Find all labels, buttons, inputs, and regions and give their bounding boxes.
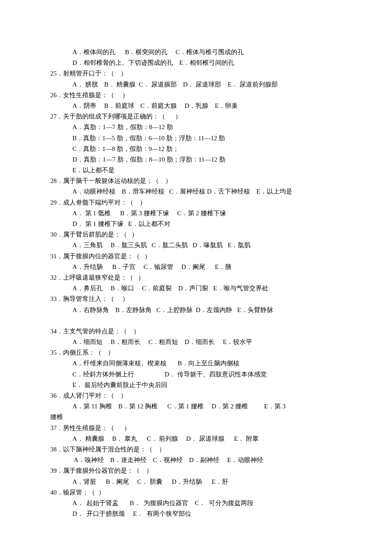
question-options: D． 开口于膀胱颈 E． 有两个狭窄部位: [50, 509, 343, 519]
question-options: D．真肋：1—7 肋，假肋：8—10 肋；浮肋：11—12 肋: [50, 154, 343, 165]
question: 26．女性生殖腺是：（ ）A．阴蒂 B．前庭球 C．前庭大腺 D．乳腺 E．卵巢: [50, 90, 343, 111]
question-options: C．真肋：1—8 肋，假肋：9—12 肋；: [50, 144, 343, 154]
question-stem: 27．关于肋的组成下列哪项是正确的：（ ）: [50, 111, 343, 122]
question-options: A． 膀胱 B． 精囊腺 C． 尿道膜部 D． 尿道球部 E． 尿道前列腺部: [50, 79, 343, 90]
question-options: A．嗅神经 B．迷走神经 C．视神经 D．副神经 E．动眼神经: [50, 455, 343, 465]
question: 30．属于臂后群肌的是：（ ）A．三角肌 B．肱三头肌 C．肱二头肌 D．喙肱肌…: [50, 229, 343, 251]
question-stem: 39．属于腹膜外位器官的是：（ ）: [50, 465, 343, 476]
question-options: A．三角肌 B．肱三头肌 C．肱二头肌 D．喙肱肌 E．肱肌: [50, 240, 343, 251]
question-options: A． 第 1 骶椎 B．第 3 腰椎下缘 C．第 2 腰椎下缘: [50, 208, 343, 219]
question-options: A．肾脏 B．阑尾 C． 胆囊 D．升结肠 E．肝: [50, 477, 343, 487]
question-stem: 34．主支气管的特点是：（ ）: [50, 326, 343, 337]
question: 27．关于肋的组成下列哪项是正确的：（ ）A．真肋：1—7 肋，假肋：8—12 …: [50, 111, 343, 176]
question-options: B．真肋：1—5 肋，假肋：6—10 肋；浮肋：11—12 肋: [50, 133, 343, 144]
question-list: A．椎体间的孔 B．横突间的孔 C．椎体与椎弓围成的孔D．相邻椎骨的上、下切迹围…: [50, 47, 343, 519]
question: 31．属于腹膜内位的器官是：（ ）A．升结肠 B．子宫 C．输尿管 D．阑尾 E…: [50, 251, 343, 272]
question: A．椎体间的孔 B．横突间的孔 C．椎体与椎弓围成的孔D．相邻椎骨的上、下切迹围…: [50, 47, 343, 68]
question-options: A． 起始于肾盂 B． 为腹膜内位器官 C． 可分为腹盆两段: [50, 498, 343, 509]
question-options: A．鼻后孔 B．喉口 C．前庭裂 D．声门裂 E．喉与气管交界处: [50, 283, 343, 294]
question-options: A．右静脉角 B．左静脉角 C．上腔静脉 D．左颈内静 E．头臂静脉: [50, 305, 343, 315]
question: 38．以下脑神经属于混合性的是：（ ） A．嗅神经 B．迷走神经 C．视神经 D…: [50, 444, 343, 465]
question-stem: 37．男性生殖腺是：（ ）: [50, 423, 343, 434]
question: 40．输尿管：（ ）A． 起始于肾盂 B． 为腹膜内位器官 C． 可分为腹盆两段…: [50, 487, 343, 520]
question: 37．男性生殖腺是：（ ）A． 精囊腺 B． 睾丸 C． 前列腺 D． 尿道球腺…: [50, 423, 343, 444]
question-options: [50, 315, 343, 326]
question-options: A．阴蒂 B．前庭球 C．前庭大腺 D．乳腺 E．卵巢: [50, 101, 343, 111]
question: 35．内侧丘系：（ ）A．纤维来自同侧薄束核、楔束核 B．向上至丘脑内侧核C．经…: [50, 347, 343, 390]
question: 39．属于腹膜外位器官的是：（ ）A．肾脏 B．阑尾 C． 胆囊 D．升结肠 E…: [50, 465, 343, 487]
question-stem: 25．射精管开口于：（ ）: [50, 68, 343, 79]
question-options: A．细而短 B．粗而长 C．粗而短 D．细而长 E．较水平: [50, 337, 343, 347]
question-options: A．纤维来自同侧薄束核、楔束核 B．向上至丘脑内侧核: [50, 358, 343, 369]
question: 33．胸导管常注入：（ ）A．右静脉角 B．左静脉角 C．上腔静脉 D．左颈内静…: [50, 294, 343, 326]
question-options-wrap: 腰椎: [50, 412, 343, 422]
question-stem: 30．属于臂后群肌的是：（ ）: [50, 229, 343, 240]
question-stem: 26．女性生殖腺是：（ ）: [50, 90, 343, 101]
question: 34．主支气管的特点是：（ ）A．细而短 B．粗而长 C．粗而短 D．细而长 E…: [50, 326, 343, 347]
question-stem: 31．属于腹膜内位的器官是：（ ）: [50, 251, 343, 262]
question: 36．成人肾门平对：（ ）A．第 11 胸椎 B．第 12 胸椎 C．第 1 腰…: [50, 390, 343, 423]
question-stem: 29．成人脊髓下端约平对：（ ）: [50, 197, 343, 208]
question-stem: 35．内侧丘系：（ ）: [50, 347, 343, 358]
question-options: A．椎体间的孔 B．横突间的孔 C．椎体与椎弓围成的孔: [50, 47, 343, 58]
question-options: A．真肋：1—7 肋，假肋：8—12 肋: [50, 122, 343, 133]
question-options: C．经斜方体外侧上行 D． 传导躯干、四肢意识性本体感觉: [50, 369, 343, 380]
question-options: A．升结肠 B．子宫 C．输尿管 D．阑尾 E．胰: [50, 262, 343, 272]
question-options: D．相邻椎骨的上、下切迹围成的孔 E．相邻椎弓间的孔: [50, 58, 343, 68]
question-stem: 36．成人肾门平对：（ ）: [50, 390, 343, 401]
question-options: E． 最后经内囊前肢止于中央后回: [50, 380, 343, 390]
question-stem: 38．以下脑神经属于混合性的是：（ ）: [50, 444, 343, 455]
question-options: D． 第 1 腰椎下缘 E．以上都不对: [50, 219, 343, 229]
question-stem: 33．胸导管常注入：（ ）: [50, 294, 343, 304]
question-options: A．第 11 胸椎 B．第 12 胸椎 C．第 1 腰椎 D．第 2 腰椎 E．…: [50, 401, 343, 412]
question: 29．成人脊髓下端约平对：（ ）A． 第 1 骶椎 B．第 3 腰椎下缘 C．第…: [50, 197, 343, 230]
question-stem: 28．属于脑干一般躯体运动核的是；（ ）: [50, 176, 343, 186]
question: 28．属于脑干一般躯体运动核的是；（ ）A．动眼神经核 B．滑车神经核 C．展神…: [50, 176, 343, 197]
question-options: A． 精囊腺 B． 睾丸 C． 前列腺 D． 尿道球腺 E． 附睾: [50, 434, 343, 444]
question-stem: 40．输尿管：（ ）: [50, 487, 343, 498]
question: 32．上呼吸道最狭窄处是：（ ）A．鼻后孔 B．喉口 C．前庭裂 D．声门裂 E…: [50, 272, 343, 294]
question-options: E．以上都不是: [50, 165, 343, 176]
question-stem: 32．上呼吸道最狭窄处是：（ ）: [50, 272, 343, 283]
question-options: A．动眼神经核 B．滑车神经核 C．展神经核 D．舌下神经核 E．以上均是: [50, 186, 343, 197]
question: 25．射精管开口于：（ ）A． 膀胱 B． 精囊腺 C． 尿道膜部 D． 尿道球…: [50, 68, 343, 90]
